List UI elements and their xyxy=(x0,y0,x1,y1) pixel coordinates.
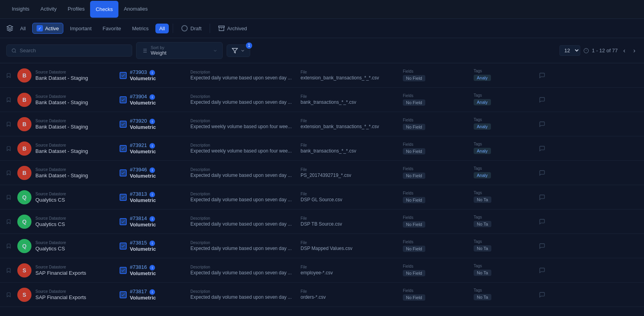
description-cell: Description Expected daily volume based … xyxy=(189,286,299,303)
bookmark-icon[interactable] xyxy=(2,167,16,179)
fields-cell: Fields No Field xyxy=(401,164,472,182)
row-action-button[interactable] xyxy=(535,170,549,176)
file-cell: File DSP TB Source.csv xyxy=(299,213,401,230)
source-type-label: Source Datastore xyxy=(35,94,88,99)
row-action-button[interactable] xyxy=(535,267,549,274)
tags-cell: Tags No Ta xyxy=(472,212,535,231)
filter-all[interactable]: All xyxy=(16,23,30,34)
table-row: S Source Datastore SAP Financial Exports… xyxy=(0,258,644,283)
fields-label: Fields xyxy=(403,240,471,244)
description-value: Expected daily volume based upon seven d… xyxy=(190,270,297,276)
row-action-button[interactable] xyxy=(535,97,549,103)
nav-insights[interactable]: Insights xyxy=(6,0,35,18)
filter-metrics[interactable]: Metrics xyxy=(128,23,153,34)
bookmark-icon[interactable] xyxy=(2,216,16,228)
row-action-button[interactable] xyxy=(535,121,549,127)
source-type-label: Source Datastore xyxy=(35,119,88,123)
source-cell: B Source Datastore Bank Dataset - Stagin… xyxy=(16,65,118,86)
check-checkbox[interactable] xyxy=(120,218,127,225)
check-checkbox[interactable] xyxy=(120,121,127,128)
bookmark-icon[interactable] xyxy=(2,143,16,154)
file-cell: File employee-*.csv xyxy=(299,262,401,279)
filter-favorite[interactable]: Favorite xyxy=(98,23,125,34)
filter-important[interactable]: Important xyxy=(66,23,96,34)
source-icon: B xyxy=(17,93,31,107)
row-action-button[interactable] xyxy=(535,145,549,152)
source-name: SAP Financial Exports xyxy=(35,270,86,276)
tags-label: Tags xyxy=(474,142,533,146)
row-action-button[interactable] xyxy=(535,243,549,249)
page-size-select[interactable]: 12 25 50 xyxy=(559,45,580,56)
check-cell: #73921 i Volumetric xyxy=(118,139,189,158)
svg-line-4 xyxy=(15,51,16,52)
source-type-label: Source Datastore xyxy=(35,289,86,294)
svg-marker-0 xyxy=(7,26,13,29)
bookmark-icon[interactable] xyxy=(2,265,16,276)
description-value: Expected weekly volume based upon four w… xyxy=(190,148,297,154)
bookmark-icon[interactable] xyxy=(2,70,16,81)
nav-anomalies[interactable]: Anomalies xyxy=(118,0,153,18)
file-cell: File extension_bank_transactions_*_*.csv xyxy=(299,67,401,84)
check-num: #73904 xyxy=(130,94,147,99)
filter-separator xyxy=(173,24,173,33)
source-cell: B Source Datastore Bank Dataset - Stagin… xyxy=(16,138,118,159)
svg-rect-1 xyxy=(219,26,225,27)
filter-archived[interactable]: Archived xyxy=(214,23,251,34)
bookmark-icon[interactable] xyxy=(2,191,16,203)
search-box[interactable] xyxy=(6,44,132,57)
fields-cell: Fields No Field xyxy=(401,188,472,206)
check-type: Volumetric xyxy=(130,270,156,276)
nav-activity[interactable]: Activity xyxy=(35,0,62,18)
file-cell: File DSP Mapped Values.csv xyxy=(299,237,401,254)
search-input[interactable] xyxy=(20,48,127,53)
file-label: File xyxy=(301,143,400,147)
filter-bar: All ✓ Active Important Favorite Metrics … xyxy=(0,19,644,38)
file-cell: File bank_transactions_*_*.csv xyxy=(299,140,401,157)
table-row: B Source Datastore Bank Dataset - Stagin… xyxy=(0,161,644,185)
filter-icon xyxy=(232,48,238,54)
check-checkbox[interactable] xyxy=(120,243,127,250)
tags-cell: Tags Analy xyxy=(472,163,535,183)
prev-page-button[interactable]: ‹ xyxy=(621,46,627,55)
check-checkbox[interactable] xyxy=(120,267,127,274)
fields-label: Fields xyxy=(403,69,471,73)
info-icon: i xyxy=(149,94,155,100)
nav-checks[interactable]: Checks xyxy=(90,1,118,18)
row-action-button[interactable] xyxy=(535,194,549,200)
row-action-button[interactable] xyxy=(535,292,549,298)
nav-profiles[interactable]: Profiles xyxy=(62,0,90,18)
source-icon: Q xyxy=(17,190,31,204)
source-cell: B Source Datastore Bank Dataset - Stagin… xyxy=(16,114,118,134)
table-row: B Source Datastore Bank Dataset - Stagin… xyxy=(0,112,644,136)
bookmark-icon[interactable] xyxy=(2,289,16,301)
info-icon: i xyxy=(149,265,155,270)
check-checkbox[interactable] xyxy=(120,291,127,298)
filter-all-pill[interactable]: All xyxy=(155,24,169,33)
tag-badge: No Ta xyxy=(474,245,491,252)
bookmark-icon[interactable] xyxy=(2,240,16,252)
description-value: Expected daily volume based upon seven d… xyxy=(190,99,297,105)
check-checkbox[interactable] xyxy=(120,145,127,152)
check-checkbox[interactable] xyxy=(120,96,127,103)
description-cell: Description Expected daily volume based … xyxy=(189,164,299,181)
description-label: Description xyxy=(190,265,297,269)
filter-active[interactable]: ✓ Active xyxy=(32,23,63,34)
check-cell: #73817 i Volumetric xyxy=(118,285,189,304)
row-action-button[interactable] xyxy=(535,219,549,225)
filter-draft[interactable]: Draft xyxy=(177,23,206,34)
bookmark-icon[interactable] xyxy=(2,94,16,106)
check-checkbox[interactable] xyxy=(120,194,127,201)
filter-button[interactable]: 1 xyxy=(227,44,250,57)
no-field-badge: No Field xyxy=(403,246,425,252)
check-checkbox[interactable] xyxy=(120,169,127,176)
description-label: Description xyxy=(190,241,297,245)
bookmark-icon[interactable] xyxy=(2,118,16,130)
sort-by-button[interactable]: Sort by Weight xyxy=(136,42,223,59)
source-name: Bank Dataset - Staging xyxy=(35,75,88,81)
source-cell: Q Source Datastore Qualytics CS xyxy=(16,236,118,256)
next-page-button[interactable]: › xyxy=(631,46,638,55)
check-checkbox[interactable] xyxy=(120,72,127,79)
tags-label: Tags xyxy=(474,118,533,122)
row-action-button[interactable] xyxy=(535,72,549,79)
top-nav: Insights Activity Profiles Checks Anomal… xyxy=(0,0,644,19)
